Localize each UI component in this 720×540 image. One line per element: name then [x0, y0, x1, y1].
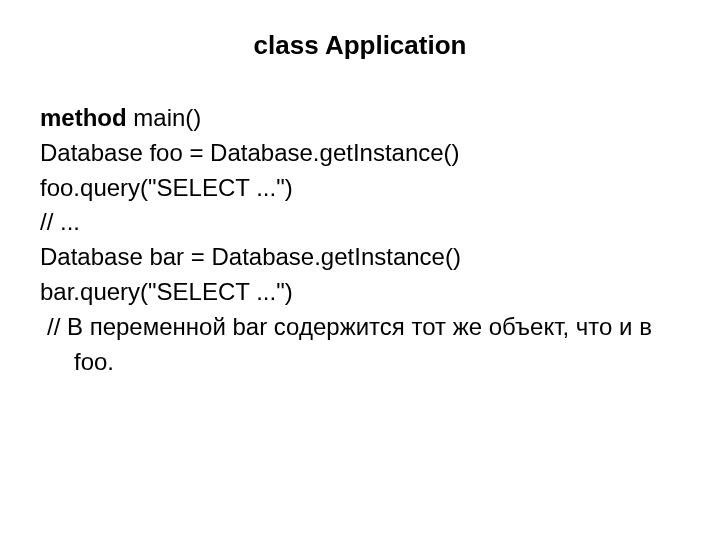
code-content: method main() Database foo = Database.ge… — [40, 101, 680, 379]
code-line: foo.query("SELECT ...") — [40, 171, 680, 206]
code-line: method main() — [40, 101, 680, 136]
code-line: Database foo = Database.getInstance() — [40, 136, 680, 171]
code-text: main() — [127, 104, 202, 131]
code-line: bar.query("SELECT ...") — [40, 275, 680, 310]
slide-title: class Application — [40, 30, 680, 61]
code-line: // ... — [40, 205, 680, 240]
code-comment: // В переменной bar содержится тот же об… — [40, 310, 680, 380]
code-line: Database bar = Database.getInstance() — [40, 240, 680, 275]
keyword-method: method — [40, 104, 127, 131]
